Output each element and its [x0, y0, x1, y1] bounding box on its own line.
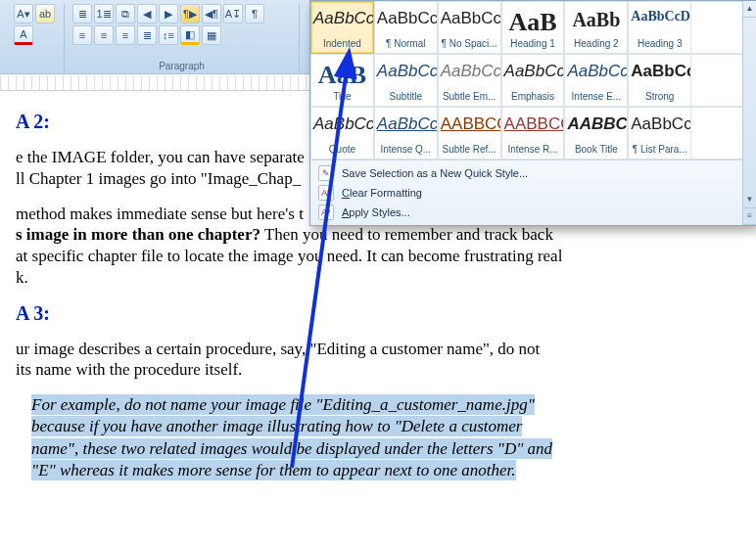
style-heading-1[interactable]: AaBHeading 1	[501, 1, 565, 54]
style-name-label: Subtle Em...	[441, 91, 498, 104]
style--normal[interactable]: AaBbCcDd¶ Normal	[374, 1, 438, 54]
style-name-label: Subtitle	[377, 91, 435, 104]
line-spacing-button[interactable]: ↕≡	[159, 25, 178, 45]
decrease-indent-button[interactable]: ◀︎	[137, 4, 157, 23]
heading-a3: A 3:	[16, 302, 691, 325]
style-preview: AaBbCcDd	[377, 10, 435, 26]
style-heading-3[interactable]: AaBbCcDHeading 3	[628, 1, 691, 54]
paragraph-group: ≣ 1≣ ⧉ ◀︎ ▶︎ ¶▶ ◀¶ A↧ ¶ ≡ ≡ ≡ ≣ ↕≡ ◧ ▦ P…	[65, 4, 300, 73]
style-preview: AaBbCcDd	[441, 63, 498, 79]
scroll-up-icon[interactable]: ▲	[743, 1, 756, 18]
justify-button[interactable]: ≣	[137, 25, 157, 45]
increase-indent-button[interactable]: ▶︎	[159, 4, 178, 23]
style-subtitle[interactable]: AaBbCcDdSubtitle	[374, 54, 438, 107]
style-preview: AaBbCcDd	[567, 63, 625, 79]
align-left-button[interactable]: ≡	[72, 25, 92, 45]
style-preview: AABBCCDD	[504, 115, 562, 132]
style-indented[interactable]: AaBbCcIndented	[310, 1, 374, 54]
style-name-label: ¶ List Para...	[631, 144, 688, 157]
style-book-title[interactable]: AABBCCDDBook Title	[564, 107, 628, 159]
style-name-label: Heading 2	[567, 38, 625, 51]
style-name-label: ¶ No Spaci...	[441, 38, 498, 51]
style-heading-2[interactable]: AaBbHeading 2	[564, 1, 628, 54]
show-marks-button[interactable]: ¶	[245, 4, 264, 23]
style-quote[interactable]: AaBbCcDdQuote	[310, 107, 374, 159]
save-selection-menuitem[interactable]: ✎ Save Selection as a New Quick Style...	[310, 163, 755, 183]
style-name-label: Intense E...	[567, 91, 625, 104]
style-name-label: Quote	[313, 144, 371, 157]
style-name-label: Intense R...	[504, 144, 562, 157]
style-intense-e-[interactable]: AaBbCcDdIntense E...	[564, 54, 628, 107]
clear-formatting-icon: A⃠	[318, 185, 334, 201]
style-strong[interactable]: AaBbCcDdStrong	[628, 54, 691, 107]
style-emphasis[interactable]: AaBbCcDdEmphasis	[501, 54, 565, 107]
style-preview: AaBbCcDd	[631, 115, 688, 132]
multilevel-button[interactable]: ⧉	[116, 4, 135, 23]
style-name-label: Emphasis	[504, 91, 562, 104]
style-preview: AaBbCc	[313, 10, 371, 26]
style--list-para-[interactable]: AaBbCcDd¶ List Para...	[628, 107, 691, 159]
style-name-label: Title	[313, 91, 371, 104]
style-name-label: Book Title	[567, 144, 625, 157]
style-preview: AaBbCcDd	[631, 63, 688, 79]
borders-button[interactable]: ▦	[202, 25, 221, 45]
style-name-label: Intense Q...	[377, 144, 435, 157]
align-right-button[interactable]: ≡	[116, 25, 135, 45]
style-title[interactable]: AaBTitle	[310, 54, 374, 107]
style-subtle-em-[interactable]: AaBbCcDdSubtle Em...	[438, 54, 501, 107]
align-center-button[interactable]: ≡	[94, 25, 114, 45]
shrink-font-button[interactable]: A▾	[14, 4, 33, 23]
styles-menu: ✎ Save Selection as a New Quick Style...…	[310, 159, 755, 225]
style-preview: AaBbCcDd	[441, 10, 498, 26]
style-preview: AaBb	[567, 10, 625, 29]
style-name-label: Indented	[313, 38, 371, 51]
style-name-label: Heading 3	[631, 38, 688, 51]
style-preview: AABBCCDD	[441, 115, 498, 132]
clear-formatting-menuitem[interactable]: A⃠ Clear Formatting	[310, 183, 755, 203]
paragraph-group-label: Paragraph	[72, 61, 291, 73]
style-preview: AaB	[504, 10, 562, 35]
style-subtle-ref-[interactable]: AABBCCDDSubtle Ref...	[438, 107, 501, 159]
ltr-button[interactable]: ¶▶	[180, 4, 200, 23]
style-preview: AaBbCcD	[631, 10, 688, 23]
style-preview: AaBbCcDd	[377, 115, 435, 132]
font-color-button[interactable]: A	[14, 25, 33, 45]
style-intense-r-[interactable]: AABBCCDDIntense R...	[501, 107, 565, 159]
style-preview: AaBbCcDd	[504, 63, 562, 79]
style-name-label: Subtle Ref...	[441, 144, 498, 157]
styles-gallery-popup: AaBbCcIndentedAaBbCcDd¶ NormalAaBbCcDd¶ …	[309, 0, 756, 226]
style-intense-q-[interactable]: AaBbCcDdIntense Q...	[374, 107, 438, 159]
style-name-label: Strong	[631, 91, 688, 104]
fill-button[interactable]: ◧	[180, 25, 200, 45]
style--no-spaci-[interactable]: AaBbCcDd¶ No Spaci...	[438, 1, 501, 54]
bullets-button[interactable]: ≣	[72, 4, 92, 23]
shading-button[interactable]: ab	[35, 4, 55, 23]
apply-styles-icon: Aᵃ	[318, 205, 334, 220]
rtl-button[interactable]: ◀¶	[202, 4, 221, 23]
sort-button[interactable]: A↧	[223, 4, 243, 23]
style-preview: AABBCCDD	[567, 115, 625, 132]
styles-grid: AaBbCcIndentedAaBbCcDd¶ NormalAaBbCcDd¶ …	[310, 1, 755, 159]
style-name-label: ¶ Normal	[377, 38, 435, 51]
style-preview: AaB	[313, 63, 371, 88]
font-group: A▾ ab A	[6, 4, 65, 73]
style-preview: AaBbCcDd	[377, 63, 435, 79]
apply-styles-menuitem[interactable]: Aᵃ Apply Styles...	[310, 203, 755, 222]
selected-text[interactable]: For example, do not name your image file…	[31, 394, 691, 482]
style-name-label: Heading 1	[504, 38, 562, 51]
numbering-button[interactable]: 1≣	[94, 4, 114, 23]
save-style-icon: ✎	[318, 165, 334, 181]
style-preview: AaBbCcDd	[313, 115, 371, 132]
body-text: ur image describes a certain procedure, …	[16, 339, 691, 382]
